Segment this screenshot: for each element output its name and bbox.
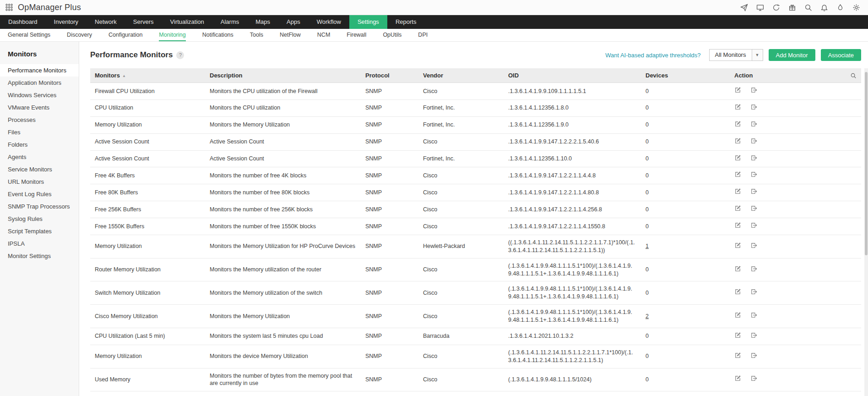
associate-icon[interactable]	[750, 104, 757, 110]
associate-icon[interactable]	[750, 188, 757, 195]
sidebar-item[interactable]: URL Monitors	[0, 176, 79, 188]
associate-icon[interactable]	[750, 222, 757, 229]
sidebar-item[interactable]: Windows Services	[0, 89, 79, 101]
associate-icon[interactable]	[750, 154, 757, 161]
sidebar-item[interactable]: Application Monitors	[0, 77, 79, 89]
subnav-item[interactable]: Configuration	[108, 29, 142, 41]
associate-icon[interactable]	[750, 332, 757, 339]
row-actions	[730, 184, 861, 201]
chevron-down-icon[interactable]: ▼	[752, 50, 763, 60]
nav-item[interactable]: Maps	[247, 15, 278, 29]
gift-icon[interactable]	[788, 3, 797, 12]
subnav-item[interactable]: OpUtils	[383, 29, 401, 41]
table-search-icon[interactable]	[850, 72, 857, 79]
monitor-vendor: Fortinet, Inc.	[418, 150, 504, 167]
sidebar-item[interactable]: Syslog Rules	[0, 213, 79, 225]
devices-cell: 0	[641, 150, 730, 167]
edit-icon[interactable]	[734, 87, 741, 94]
paper-plane-icon[interactable]	[740, 3, 749, 12]
associate-icon[interactable]	[750, 138, 757, 144]
monitor-filter-dropdown[interactable]: All Monitors ▼	[709, 49, 763, 61]
associate-icon[interactable]	[750, 242, 757, 249]
sidebar-item[interactable]: Processes	[0, 114, 79, 126]
subnav-item[interactable]: NetFlow	[280, 29, 301, 41]
nav-item[interactable]: Dashboard	[0, 15, 46, 29]
column-monitors[interactable]: Monitors▲	[90, 68, 205, 83]
edit-icon[interactable]	[734, 312, 741, 319]
sidebar-item[interactable]: Agents	[0, 151, 79, 163]
subnav-item[interactable]: Tools	[250, 29, 263, 41]
edit-icon[interactable]	[734, 104, 741, 110]
subnav-item[interactable]: General Settings	[8, 29, 50, 41]
nav-item[interactable]: Inventory	[46, 15, 87, 29]
associate-icon[interactable]	[750, 205, 757, 212]
sidebar-item[interactable]: VMware Events	[0, 101, 79, 114]
sync-icon[interactable]	[772, 3, 781, 12]
sidebar-item[interactable]: Monitor Settings	[0, 250, 79, 262]
page-title: Performance Monitors	[90, 50, 173, 60]
edit-icon[interactable]	[734, 352, 741, 359]
subnav-item[interactable]: Discovery	[67, 29, 92, 41]
associate-icon[interactable]	[750, 375, 757, 382]
associate-icon[interactable]	[750, 171, 757, 178]
devices-count[interactable]: 2	[646, 313, 649, 319]
gear-icon[interactable]	[852, 3, 861, 12]
edit-icon[interactable]	[734, 154, 741, 161]
edit-icon[interactable]	[734, 288, 741, 295]
nav-item[interactable]: Servers	[125, 15, 162, 29]
edit-icon[interactable]	[734, 138, 741, 144]
sidebar-item[interactable]: IPSLA	[0, 237, 79, 250]
monitor-protocol: SNMP	[361, 116, 418, 133]
sidebar-item[interactable]: Performance Monitors	[0, 64, 79, 77]
edit-icon[interactable]	[734, 171, 741, 178]
flame-icon[interactable]	[836, 3, 845, 12]
edit-icon[interactable]	[734, 265, 741, 272]
scrollbar-thumb[interactable]	[865, 72, 868, 255]
edit-icon[interactable]	[734, 332, 741, 339]
edit-icon[interactable]	[734, 205, 741, 212]
add-monitor-button[interactable]: Add Monitor	[769, 49, 815, 61]
subnav-item[interactable]: Monitoring	[159, 29, 185, 41]
associate-button[interactable]: Associate	[821, 49, 861, 61]
nav-item[interactable]: Alarms	[212, 15, 247, 29]
nav-item[interactable]: Virtualization	[162, 15, 212, 29]
associate-icon[interactable]	[750, 312, 757, 319]
associate-icon[interactable]	[750, 288, 757, 295]
associate-icon[interactable]	[750, 87, 757, 94]
row-actions	[730, 99, 861, 116]
ai-thresholds-link[interactable]: Want AI-based adaptive thresholds?	[605, 52, 700, 59]
edit-icon[interactable]	[734, 121, 741, 127]
devices-cell: 0	[641, 368, 730, 391]
edit-icon[interactable]	[734, 375, 741, 382]
subnav-item[interactable]: NCM	[317, 29, 330, 41]
sidebar-item[interactable]: Folders	[0, 138, 79, 151]
sidebar-item[interactable]: Script Templates	[0, 225, 79, 237]
nav-item[interactable]: Reports	[387, 15, 425, 29]
sidebar-item[interactable]: Files	[0, 126, 79, 138]
associate-icon[interactable]	[750, 352, 757, 359]
table-header-row: Monitors▲ Description Protocol Vendor OI…	[90, 68, 861, 83]
bell-icon[interactable]	[820, 3, 829, 12]
associate-icon[interactable]	[750, 121, 757, 127]
sidebar-item[interactable]: SNMP Trap Processors	[0, 200, 79, 213]
edit-icon[interactable]	[734, 242, 741, 249]
screen-share-icon[interactable]	[756, 3, 765, 12]
help-icon[interactable]: ?	[176, 51, 184, 59]
apps-grid-icon[interactable]	[5, 3, 13, 12]
column-vendor: Vendor	[418, 68, 504, 83]
nav-item[interactable]: Workflow	[309, 15, 349, 29]
nav-item[interactable]: Apps	[278, 15, 309, 29]
edit-icon[interactable]	[734, 222, 741, 229]
vertical-scrollbar[interactable]	[864, 68, 868, 396]
nav-item[interactable]: Network	[87, 15, 125, 29]
sidebar-item[interactable]: Event Log Rules	[0, 188, 79, 200]
subnav-item[interactable]: Firewall	[347, 29, 366, 41]
edit-icon[interactable]	[734, 188, 741, 195]
nav-item[interactable]: Settings	[349, 15, 387, 29]
sidebar-item[interactable]: Service Monitors	[0, 163, 79, 176]
associate-icon[interactable]	[750, 265, 757, 272]
search-icon[interactable]	[804, 3, 813, 12]
subnav-item[interactable]: Notifications	[202, 29, 233, 41]
devices-count[interactable]: 1	[646, 243, 649, 249]
subnav-item[interactable]: DPI	[418, 29, 428, 41]
